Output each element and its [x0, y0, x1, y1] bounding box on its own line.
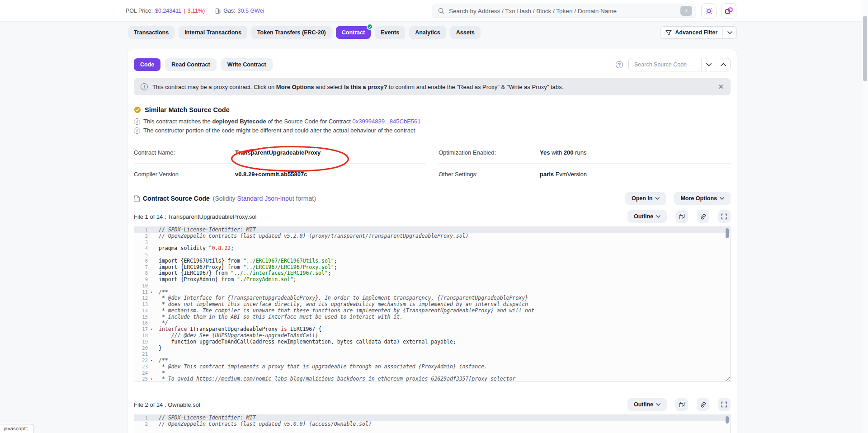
code-line: 1// SPDX-License-Identifier: MIT: [134, 415, 730, 421]
code-line: 3: [134, 240, 730, 246]
source-search-input[interactable]: [629, 58, 701, 71]
optimization-label: Optimization Enabled:: [439, 149, 540, 156]
copy-source-button-2[interactable]: [675, 398, 688, 411]
advanced-filter-dropdown[interactable]: [723, 27, 736, 38]
file-1-header: File 1 of 14 : TransparentUpgradeablePro…: [134, 210, 731, 223]
file-1-label: File 1 of 14 : TransparentUpgradeablePro…: [134, 213, 256, 220]
contract-metadata: Contract Name: TransparentUpgradeablePro…: [134, 149, 731, 178]
code-line: 13 * does not implement this interface d…: [134, 301, 730, 308]
code-line: 7import {ERC1967Proxy} from "../ERC1967/…: [134, 264, 730, 271]
code-line: 21: [134, 351, 730, 358]
code-line: 25▾ * To avoid https://medium.com/nomic-…: [134, 376, 730, 382]
tab-internal-transactions[interactable]: Internal Transactions: [179, 26, 247, 39]
page-scrollbar-thumb[interactable]: [863, 16, 867, 81]
code-line: 15 * include them in the ABI so this int…: [134, 314, 730, 320]
search-next-chevron-up-icon[interactable]: [716, 58, 730, 71]
search-prev-chevron-down-icon[interactable]: [701, 58, 716, 71]
code-line: 8import {IERC1967} from "../../interface…: [134, 270, 730, 277]
contract-card: Code Read Contract Write Contract ? i Th…: [127, 49, 737, 433]
verified-check-icon: [367, 24, 373, 30]
code-line: 9import {ProxyAdmin} from "./ProxyAdmin.…: [134, 277, 730, 283]
code-scrollbar-thumb[interactable]: [726, 416, 729, 424]
theme-toggle-button[interactable]: [701, 3, 717, 19]
code-line: 24 *: [134, 370, 730, 377]
fullscreen-button[interactable]: [718, 210, 731, 223]
matched-contract-link[interactable]: 0x39994839...845CbE561: [352, 118, 420, 125]
tab-events[interactable]: Events: [375, 26, 405, 39]
network-stats: POL Price: $0.243411 (-3.11%) Gas: 30.5 …: [126, 0, 264, 22]
code-line: 6import {ERC1967Utils} from "../ERC1967/…: [134, 258, 730, 264]
global-search[interactable]: /: [432, 4, 696, 18]
gas-label: Gas:: [223, 8, 235, 14]
copy-icon: [679, 213, 685, 220]
fold-toggle-icon[interactable]: ▾: [148, 358, 155, 364]
pol-price-value[interactable]: $0.243411: [155, 8, 181, 14]
tab-assets[interactable]: Assets: [450, 26, 481, 39]
page-scrollbar[interactable]: [862, 0, 868, 433]
sun-icon: [705, 7, 713, 15]
outline-button-2[interactable]: Outline: [627, 398, 667, 411]
similar-match-title: Similar Match Source Code: [145, 106, 230, 113]
permalink-button-2[interactable]: [697, 398, 709, 411]
other-settings-label: Other Settings:: [439, 171, 540, 178]
similar-match-heading: Similar Match Source Code: [134, 106, 731, 113]
code-line: 16 */: [134, 320, 730, 326]
tab-analytics[interactable]: Analytics: [409, 26, 446, 39]
code-line: 14 * mechanism. The compiler is unaware …: [134, 308, 730, 314]
link-icon: [700, 213, 707, 220]
gold-check-icon: [134, 106, 141, 113]
expand-icon: [721, 401, 727, 408]
search-shortcut-badge: /: [680, 6, 692, 16]
tab-token-transfers[interactable]: Token Transfers (ERC-20): [251, 26, 332, 39]
banner-close-icon[interactable]: ✕: [718, 83, 724, 91]
gas-pump-icon: [215, 8, 221, 14]
filter-funnel-icon: [665, 30, 672, 36]
json-input-link[interactable]: Standard Json-Input: [237, 195, 294, 202]
fullscreen-button-2[interactable]: [718, 398, 731, 411]
search-input[interactable]: [449, 8, 676, 14]
brand-logo-button[interactable]: [721, 3, 736, 19]
code-line: 1// SPDX-License-Identifier: MIT: [134, 227, 730, 233]
code-line: 20}: [134, 345, 730, 352]
proxy-banner-text: This contract may be a proxy contract. C…: [152, 84, 563, 90]
source-code-search: [628, 58, 731, 71]
code-tab-button[interactable]: Code: [134, 58, 160, 71]
advanced-filter-label: Advanced Filter: [675, 29, 717, 36]
info-icon: i: [134, 118, 140, 125]
document-icon: [134, 195, 140, 202]
read-contract-button[interactable]: Read Contract: [165, 58, 216, 71]
pol-price-label: POL Price:: [126, 8, 153, 14]
tab-contract[interactable]: Contract: [336, 26, 371, 39]
help-icon[interactable]: ?: [616, 61, 623, 68]
code-line: 2// OpenZeppelin Contracts (last updated…: [134, 233, 730, 240]
contract-name-label: Contract Name:: [134, 149, 235, 156]
code-line: 10: [134, 283, 730, 289]
source-code-title: Contract Source Code: [143, 195, 210, 202]
source-code-header: Contract Source Code (Solidity Standard …: [134, 192, 731, 205]
link-icon: [700, 401, 707, 408]
optimization-value: Yes with 200 runs: [540, 149, 586, 156]
write-contract-button[interactable]: Write Contract: [221, 58, 273, 71]
code-line: 11▾/**: [134, 289, 730, 296]
fold-toggle-icon[interactable]: ▾: [148, 376, 155, 382]
more-options-button[interactable]: More Options: [674, 192, 731, 205]
compiler-version-value: v0.8.29+commit.ab55807c: [235, 171, 307, 178]
code-line: 12 * @dev Interface for {TransparentUpgr…: [134, 295, 730, 301]
file-2-label: File 2 of 14 : Ownable.sol: [134, 401, 200, 408]
copy-source-button[interactable]: [675, 210, 688, 223]
gas-value[interactable]: 30.5 GWei: [238, 8, 264, 14]
code-scrollbar-thumb[interactable]: [726, 228, 729, 238]
fold-toggle-icon[interactable]: ▾: [148, 326, 155, 333]
open-in-button[interactable]: Open In: [625, 192, 666, 205]
fold-toggle-icon[interactable]: ▾: [148, 289, 155, 296]
code-line: 18 /// @dev See {UUPSUpgradeable-upgrade…: [134, 333, 730, 339]
browser-status-bubble: javascript:;: [0, 424, 33, 433]
source-code-viewer-1[interactable]: 1// SPDX-License-Identifier: MIT2// Open…: [134, 226, 731, 382]
tab-transactions[interactable]: Transactions: [128, 26, 175, 39]
outline-button[interactable]: Outline: [627, 210, 667, 223]
file-2-header: File 2 of 14 : Ownable.sol Outline: [134, 398, 731, 411]
info-icon: i: [134, 127, 140, 134]
permalink-button[interactable]: [697, 210, 709, 223]
advanced-filter-button[interactable]: Advanced Filter: [660, 26, 737, 39]
source-code-viewer-2[interactable]: 1// SPDX-License-Identifier: MIT2// Open…: [134, 414, 731, 433]
